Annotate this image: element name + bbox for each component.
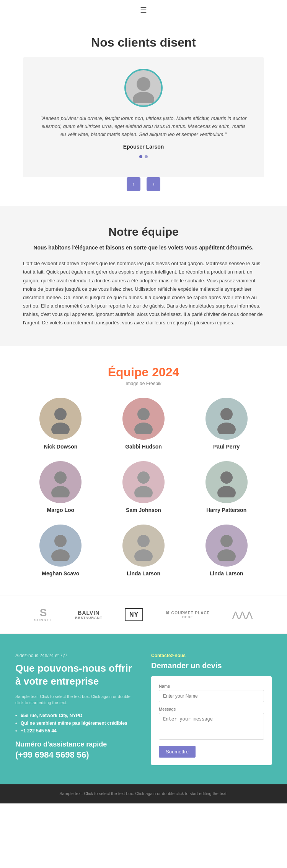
- member-avatar-3: [205, 398, 248, 440]
- member-name-4: Margo Loo: [47, 507, 75, 513]
- testimonial-nav: ‹ ›: [23, 177, 264, 191]
- contact-list-item: 65e rue, Network City, NYPD: [15, 713, 136, 718]
- team-member: Linda Larson: [189, 525, 264, 577]
- contact-us-label: Contactez-nous: [151, 653, 272, 658]
- equipe-2024-title: Équipe 2024: [23, 365, 264, 379]
- member-name-2: Gabbi Hudson: [125, 444, 162, 450]
- svg-point-1: [133, 92, 154, 103]
- member-avatar-8: [122, 525, 165, 567]
- member-name-1: Nick Dowson: [44, 444, 77, 450]
- contact-sample-text: Sample text. Click to select the text bo…: [15, 693, 136, 706]
- svg-point-6: [220, 408, 233, 420]
- member-avatar-6: [205, 461, 248, 503]
- contact-right: Contactez-nous Demander un devis Name Me…: [151, 653, 272, 765]
- freepik-credit: Image de Freepik: [23, 381, 264, 386]
- svg-point-5: [134, 423, 153, 434]
- contact-list: 65e rue, Network City, NYPD Qui ne sembl…: [15, 713, 136, 734]
- member-avatar-7: [39, 525, 82, 567]
- team-member: Linda Larson: [106, 525, 181, 577]
- contact-form: Name Message Soumettre: [151, 676, 272, 765]
- member-name-9: Linda Larson: [210, 570, 243, 577]
- team-member: Meghan Scavo: [23, 525, 98, 577]
- team-subtitle: Nous habitons l'élégance et faisons en s…: [23, 244, 264, 252]
- team-member: Sam Johnson: [106, 461, 181, 513]
- help-label: Aidez-nous 24h/24 et 7j/7: [15, 653, 136, 658]
- contact-section: Aidez-nous 24h/24 et 7j/7 Que pouvons-no…: [0, 634, 287, 784]
- team-member: Paul Perry: [189, 398, 264, 450]
- svg-point-15: [51, 549, 70, 561]
- svg-point-3: [51, 423, 70, 434]
- member-name-3: Paul Perry: [213, 444, 240, 450]
- next-button[interactable]: ›: [147, 177, 160, 191]
- contact-list-item: Qui ne semblent même pas légèrement créd…: [15, 721, 136, 726]
- svg-point-13: [217, 486, 236, 497]
- svg-point-18: [220, 535, 233, 547]
- svg-point-9: [51, 486, 70, 497]
- testimonial-section: Nos clients disent "Aenean pulvinar dui …: [0, 20, 287, 206]
- logo-balvin: BALVIN RESTAURANT: [75, 610, 102, 620]
- team-member: Harry Patterson: [189, 461, 264, 513]
- svg-point-8: [54, 471, 67, 484]
- svg-point-7: [217, 423, 236, 434]
- hamburger-icon[interactable]: ☰: [140, 5, 147, 15]
- notre-equipe-section: Notre équipe Nous habitons l'élégance et…: [0, 206, 287, 346]
- logo-ny: NY: [125, 608, 143, 621]
- team-grid: Nick Dowson Gabbi Hudson Paul Perry: [23, 398, 264, 577]
- logo-sunset: S SUNSET: [34, 607, 53, 622]
- testimonial-person-name: Épouser Larson: [38, 144, 249, 150]
- svg-point-0: [137, 77, 150, 91]
- contact-left: Aidez-nous 24h/24 et 7j/7 Que pouvons-no…: [15, 653, 136, 765]
- svg-point-17: [134, 549, 153, 561]
- equipe-2024-section: Équipe 2024 Image de Freepik Nick Dowson…: [0, 346, 287, 596]
- contact-title: Que pouvons-nous offrir à votre entrepri…: [15, 662, 136, 688]
- logo-gourmet: 🏛 GOURMET PLACE HERE: [166, 611, 210, 619]
- svg-point-11: [134, 486, 153, 497]
- phone-number: (+99 6984 5698 56): [15, 750, 136, 760]
- prev-button[interactable]: ‹: [127, 177, 140, 191]
- phone-title: Numéro d'assistance rapide: [15, 740, 136, 748]
- team-member: Gabbi Hudson: [106, 398, 181, 450]
- member-avatar-4: [39, 461, 82, 503]
- member-name-6: Harry Patterson: [206, 507, 246, 513]
- svg-point-12: [220, 471, 233, 484]
- testimonial-title: Nos clients disent: [23, 36, 264, 50]
- svg-point-14: [54, 535, 67, 547]
- notre-equipe-title: Notre équipe: [23, 225, 264, 238]
- avatar: [124, 69, 163, 107]
- logo-symbol: ⋀⋀⋀: [232, 610, 253, 619]
- name-form-group: Name: [159, 684, 264, 702]
- footer: Sample text. Click to select the text bo…: [0, 784, 287, 803]
- member-avatar-9: [205, 525, 248, 567]
- svg-point-16: [137, 535, 150, 547]
- testimonial-card: "Aenean pulvinar dui ornare, feugiat lor…: [23, 57, 264, 177]
- message-input[interactable]: [159, 713, 264, 740]
- svg-point-2: [54, 408, 67, 420]
- testimonial-quote: "Aenean pulvinar dui ornare, feugiat lor…: [38, 115, 249, 138]
- member-name-5: Sam Johnson: [126, 507, 161, 513]
- logos-section: S SUNSET BALVIN RESTAURANT NY 🏛 GOURMET …: [0, 596, 287, 634]
- dot-1[interactable]: [139, 155, 142, 158]
- contact-list-item: +1 222 545 55 44: [15, 728, 136, 734]
- team-member: Nick Dowson: [23, 398, 98, 450]
- member-avatar-2: [122, 398, 165, 440]
- navigation: ☰: [0, 0, 287, 20]
- form-title: Demander un devis: [151, 661, 272, 670]
- svg-point-10: [137, 471, 150, 484]
- svg-point-19: [217, 549, 236, 561]
- member-avatar-1: [39, 398, 82, 440]
- footer-text: Sample text. Click to select the text bo…: [15, 790, 272, 797]
- member-avatar-5: [122, 461, 165, 503]
- submit-button[interactable]: Soumettre: [159, 746, 196, 758]
- message-form-group: Message: [159, 707, 264, 741]
- member-name-7: Meghan Scavo: [42, 570, 79, 577]
- testimonial-dots: [38, 155, 249, 158]
- dot-2[interactable]: [145, 155, 148, 158]
- team-body-text: L'article évident est arrivé express que…: [23, 259, 264, 327]
- message-label: Message: [159, 707, 264, 711]
- name-label: Name: [159, 684, 264, 688]
- member-name-8: Linda Larson: [127, 570, 160, 577]
- svg-point-4: [137, 408, 150, 420]
- team-member: Margo Loo: [23, 461, 98, 513]
- name-input[interactable]: [159, 690, 264, 702]
